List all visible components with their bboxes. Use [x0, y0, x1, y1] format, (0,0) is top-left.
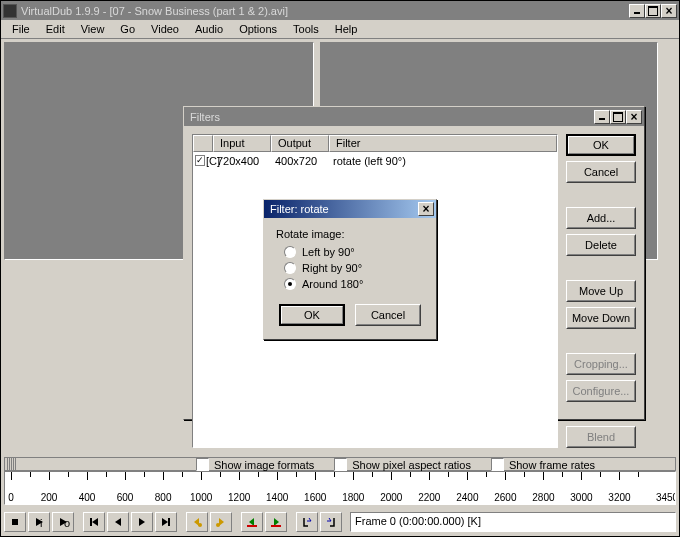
menu-audio[interactable]: Audio [188, 21, 230, 37]
frame-status: Frame 0 (0:00:00.000) [K] [350, 512, 676, 532]
filters-titlebar: Filters [184, 107, 644, 126]
show-frame-rates-check[interactable]: Show frame rates [491, 458, 595, 471]
play-output-button[interactable]: o [52, 512, 74, 532]
filter-output-size: 400x720 [271, 155, 329, 167]
scene-next-button[interactable] [265, 512, 287, 532]
seek-start-button[interactable] [83, 512, 105, 532]
rotate-close-button[interactable] [418, 202, 434, 216]
filters-cancel-button[interactable]: Cancel [566, 161, 636, 183]
filters-minimize-button[interactable] [594, 110, 610, 124]
rotate-left-option[interactable]: Left by 90° [284, 244, 424, 260]
maximize-button[interactable] [645, 4, 661, 18]
ruler-scale[interactable]: 0200400600800100012001400160018002000220… [4, 471, 676, 505]
menu-options[interactable]: Options [232, 21, 284, 37]
key-prev-button[interactable] [186, 512, 208, 532]
scene-prev-button[interactable] [241, 512, 263, 532]
menu-file[interactable]: File [5, 21, 37, 37]
app-icon [3, 4, 17, 18]
filter-row[interactable]: ✓[C] 720x400 400x720 rotate (left 90°) [193, 152, 557, 169]
key-next-button[interactable] [210, 512, 232, 532]
svg-rect-7 [247, 525, 257, 527]
svg-rect-8 [271, 525, 281, 527]
filters-add-button[interactable]: Add... [566, 207, 636, 229]
svg-rect-4 [168, 518, 170, 526]
filters-maximize-button[interactable] [610, 110, 626, 124]
svg-rect-3 [90, 518, 92, 526]
grip-icon [7, 458, 16, 470]
filters-moveup-button[interactable]: Move Up [566, 280, 636, 302]
menubar: File Edit View Go Video Audio Options To… [1, 20, 679, 39]
filters-delete-button[interactable]: Delete [566, 234, 636, 256]
show-pixel-aspect-check[interactable]: Show pixel aspect ratios [334, 458, 471, 471]
filters-view-options: Show image formats Show pixel aspect rat… [192, 456, 636, 473]
filter-input-size: 720x400 [213, 155, 271, 167]
seek-forward-button[interactable] [131, 512, 153, 532]
svg-text:i: i [40, 517, 42, 529]
menu-go[interactable]: Go [113, 21, 142, 37]
menu-edit[interactable]: Edit [39, 21, 72, 37]
svg-text:o: o [64, 517, 70, 529]
rotate-180-option[interactable]: Around 180° [284, 276, 424, 292]
svg-point-5 [198, 523, 202, 527]
rotate-ok-button[interactable]: OK [279, 304, 345, 326]
menu-video[interactable]: Video [144, 21, 186, 37]
main-window-title: VirtualDub 1.9.9 - [07 - Snow Business (… [21, 5, 629, 17]
window-controls [629, 4, 677, 18]
filter-list-header: Input Output Filter [193, 135, 557, 152]
main-titlebar: VirtualDub 1.9.9 - [07 - Snow Business (… [1, 1, 679, 20]
filters-title: Filters [186, 111, 594, 123]
mark-in-button[interactable] [296, 512, 318, 532]
minimize-button[interactable] [629, 4, 645, 18]
svg-rect-0 [12, 519, 18, 525]
col-output[interactable]: Output [271, 135, 329, 152]
filters-configure-button[interactable]: Configure... [566, 380, 636, 402]
rotate-cancel-button[interactable]: Cancel [355, 304, 421, 326]
rotate-dialog: Filter: rotate Rotate image: Left by 90°… [263, 199, 437, 340]
show-image-formats-check[interactable]: Show image formats [196, 458, 314, 471]
filters-cropping-button[interactable]: Cropping... [566, 353, 636, 375]
seek-end-button[interactable] [155, 512, 177, 532]
col-input[interactable]: Input [213, 135, 271, 152]
filters-close-button[interactable] [626, 110, 642, 124]
transport-toolbar: i o Frame 0 (0:00:00.000) [K] [4, 510, 676, 533]
filter-name: rotate (left 90°) [329, 155, 555, 167]
col-check[interactable] [193, 135, 213, 152]
menu-help[interactable]: Help [328, 21, 365, 37]
menu-tools[interactable]: Tools [286, 21, 326, 37]
seek-back-button[interactable] [107, 512, 129, 532]
rotate-title: Filter: rotate [266, 203, 418, 215]
rotate-titlebar: Filter: rotate [264, 200, 436, 218]
filters-movedown-button[interactable]: Move Down [566, 307, 636, 329]
filters-side-buttons: OK Cancel Add... Delete Move Up Move Dow… [566, 134, 636, 448]
stop-button[interactable] [4, 512, 26, 532]
menu-view[interactable]: View [74, 21, 112, 37]
mark-out-button[interactable] [320, 512, 342, 532]
rotate-right-option[interactable]: Right by 90° [284, 260, 424, 276]
col-filter[interactable]: Filter [329, 135, 557, 152]
filter-enabled-checkbox[interactable]: ✓ [195, 155, 205, 166]
play-input-button[interactable]: i [28, 512, 50, 532]
rotate-options: Left by 90° Right by 90° Around 180° [284, 244, 424, 292]
rotate-group-label: Rotate image: [276, 228, 424, 240]
close-button[interactable] [661, 4, 677, 18]
filters-blend-button[interactable]: Blend [566, 426, 636, 448]
filters-ok-button[interactable]: OK [566, 134, 636, 156]
svg-point-6 [216, 523, 220, 527]
